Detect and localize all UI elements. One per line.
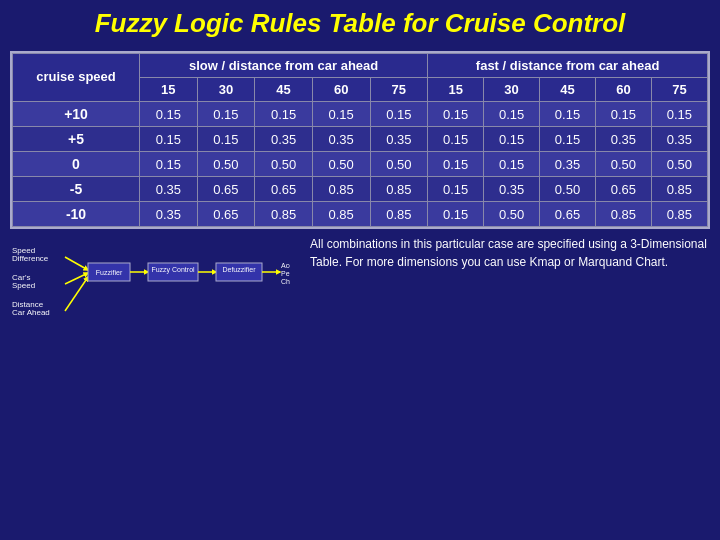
table-row: +5 0.15 0.15 0.35 0.35 0.35 0.15 0.15 0.…: [13, 127, 708, 152]
cell: 0.85: [312, 177, 370, 202]
svg-text:Fuzzy Control: Fuzzy Control: [151, 266, 195, 274]
cell: 0.50: [197, 152, 255, 177]
row-label-minus5: -5: [13, 177, 140, 202]
cell: 0.35: [255, 127, 313, 152]
sub-s15: 15: [140, 78, 198, 102]
svg-text:Speed: Speed: [12, 281, 35, 290]
cell: 0.35: [595, 127, 651, 152]
sub-s60: 60: [312, 78, 370, 102]
cell: 0.85: [595, 202, 651, 227]
svg-text:Percentage: Percentage: [281, 270, 290, 278]
table-row: -5 0.35 0.65 0.65 0.85 0.85 0.15 0.35 0.…: [13, 177, 708, 202]
sub-s45: 45: [255, 78, 313, 102]
rules-table: cruise speed slow / distance from car ah…: [12, 53, 708, 227]
cell: 0.85: [651, 177, 707, 202]
cell: 0.15: [197, 127, 255, 152]
cell: 0.50: [651, 152, 707, 177]
system-diagram: Speed Difference Car's Speed Distance Ca…: [10, 235, 290, 325]
cell: 0.85: [651, 202, 707, 227]
cell: 0.15: [428, 177, 484, 202]
cell: 0.15: [428, 152, 484, 177]
description-text: All combinations in this particular case…: [310, 235, 710, 271]
svg-text:Car Ahead: Car Ahead: [12, 308, 50, 317]
table-row: -10 0.35 0.65 0.85 0.85 0.85 0.15 0.50 0…: [13, 202, 708, 227]
svg-text:Defuzzifier: Defuzzifier: [222, 266, 256, 273]
cell: 0.15: [255, 102, 313, 127]
cell: 0.85: [255, 202, 313, 227]
cell: 0.15: [428, 202, 484, 227]
cell: 0.85: [370, 177, 428, 202]
sub-s75: 75: [370, 78, 428, 102]
cell: 0.85: [370, 202, 428, 227]
cell: 0.85: [312, 202, 370, 227]
cell: 0.65: [197, 177, 255, 202]
row-label-minus10: -10: [13, 202, 140, 227]
sub-f75: 75: [651, 78, 707, 102]
svg-text:Fuzzifier: Fuzzifier: [96, 269, 123, 276]
cell: 0.15: [484, 152, 540, 177]
cell: 0.65: [540, 202, 596, 227]
cell: 0.35: [651, 127, 707, 152]
cell: 0.50: [312, 152, 370, 177]
rules-table-container: cruise speed slow / distance from car ah…: [10, 51, 710, 229]
fast-distance-header: fast / distance from car ahead: [428, 54, 708, 78]
cell: 0.50: [370, 152, 428, 177]
cell: 0.15: [312, 102, 370, 127]
cruise-speed-header: cruise speed: [13, 54, 140, 102]
svg-text:Accelerator: Accelerator: [281, 262, 290, 269]
header-row: cruise speed slow / distance from car ah…: [13, 54, 708, 78]
cell: 0.15: [428, 127, 484, 152]
cell: 0.15: [140, 152, 198, 177]
cell: 0.50: [255, 152, 313, 177]
title-cruise: for Cruise Control: [403, 8, 625, 38]
svg-text:Difference: Difference: [12, 254, 49, 263]
cell: 0.50: [540, 177, 596, 202]
svg-line-6: [65, 257, 88, 270]
row-label-plus10: +10: [13, 102, 140, 127]
table-row: +10 0.15 0.15 0.15 0.15 0.15 0.15 0.15 0…: [13, 102, 708, 127]
bottom-section: Speed Difference Car's Speed Distance Ca…: [10, 235, 710, 329]
cell: 0.50: [595, 152, 651, 177]
cell: 0.15: [484, 127, 540, 152]
sub-f30: 30: [484, 78, 540, 102]
cell: 0.15: [140, 127, 198, 152]
sub-f15: 15: [428, 78, 484, 102]
sub-f45: 45: [540, 78, 596, 102]
cell: 0.15: [197, 102, 255, 127]
page-title: Fuzzy Logic Rules Table for Cruise Contr…: [0, 0, 720, 47]
cell: 0.15: [540, 102, 596, 127]
sub-f60: 60: [595, 78, 651, 102]
cell: 0.15: [140, 102, 198, 127]
cell: 0.15: [651, 102, 707, 127]
diagram-area: Speed Difference Car's Speed Distance Ca…: [10, 235, 290, 329]
sub-s30: 30: [197, 78, 255, 102]
cell: 0.15: [540, 127, 596, 152]
cell: 0.15: [484, 102, 540, 127]
cell: 0.35: [140, 177, 198, 202]
cell: 0.35: [484, 177, 540, 202]
cell: 0.35: [140, 202, 198, 227]
cell: 0.15: [428, 102, 484, 127]
svg-text:Change: Change: [281, 278, 290, 286]
row-label-plus5: +5: [13, 127, 140, 152]
cell: 0.15: [595, 102, 651, 127]
cell: 0.65: [255, 177, 313, 202]
cell: 0.35: [312, 127, 370, 152]
title-fuzzy: Fuzzy Logic Rules Table: [95, 8, 396, 38]
cell: 0.65: [595, 177, 651, 202]
cell: 0.35: [370, 127, 428, 152]
cell: 0.50: [484, 202, 540, 227]
slow-distance-header: slow / distance from car ahead: [140, 54, 428, 78]
description-area: All combinations in this particular case…: [290, 235, 710, 271]
cell: 0.65: [197, 202, 255, 227]
table-row: 0 0.15 0.50 0.50 0.50 0.50 0.15 0.15 0.3…: [13, 152, 708, 177]
cell: 0.35: [540, 152, 596, 177]
row-label-0: 0: [13, 152, 140, 177]
cell: 0.15: [370, 102, 428, 127]
